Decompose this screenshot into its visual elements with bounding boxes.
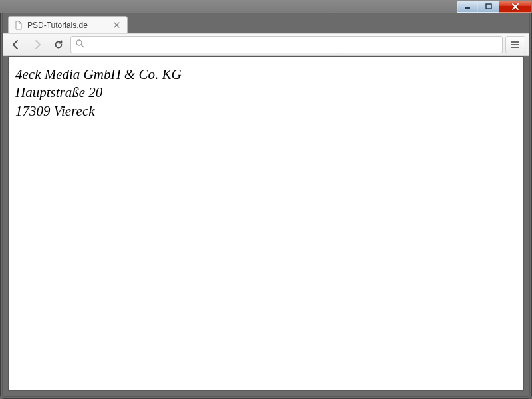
back-button[interactable] [7, 36, 25, 53]
street-line: Hauptstraße 20 [15, 84, 517, 102]
window-maximize-button[interactable] [478, 1, 499, 13]
reload-button[interactable] [49, 36, 68, 53]
window-titlebar [0, 0, 532, 13]
search-icon [75, 39, 84, 51]
forward-button[interactable] [28, 36, 47, 53]
page-icon [14, 21, 23, 30]
tab-title: PSD-Tutorials.de [27, 21, 111, 30]
viewport-frame: 4eck Media GmbH & Co. KG Hauptstraße 20 … [3, 56, 529, 396]
tab-strip: PSD-Tutorials.de [3, 13, 529, 33]
page-content: 4eck Media GmbH & Co. KG Hauptstraße 20 … [8, 56, 524, 391]
address-input[interactable] [88, 37, 498, 53]
window-close-button[interactable] [499, 1, 531, 13]
toolbar [3, 33, 529, 56]
text-caret [90, 40, 90, 51]
address-block: 4eck Media GmbH & Co. KG Hauptstraße 20 … [15, 66, 517, 120]
tab-close-button[interactable] [111, 20, 122, 31]
browser-tab[interactable]: PSD-Tutorials.de [8, 16, 128, 33]
svg-line-3 [81, 45, 84, 47]
svg-rect-1 [486, 4, 491, 9]
city-line: 17309 Viereck [15, 102, 517, 120]
window-minimize-button[interactable] [457, 1, 478, 13]
company-name: 4eck Media GmbH & Co. KG [15, 66, 517, 84]
svg-rect-0 [465, 7, 470, 9]
address-bar[interactable] [70, 36, 503, 53]
menu-button[interactable] [505, 36, 525, 53]
